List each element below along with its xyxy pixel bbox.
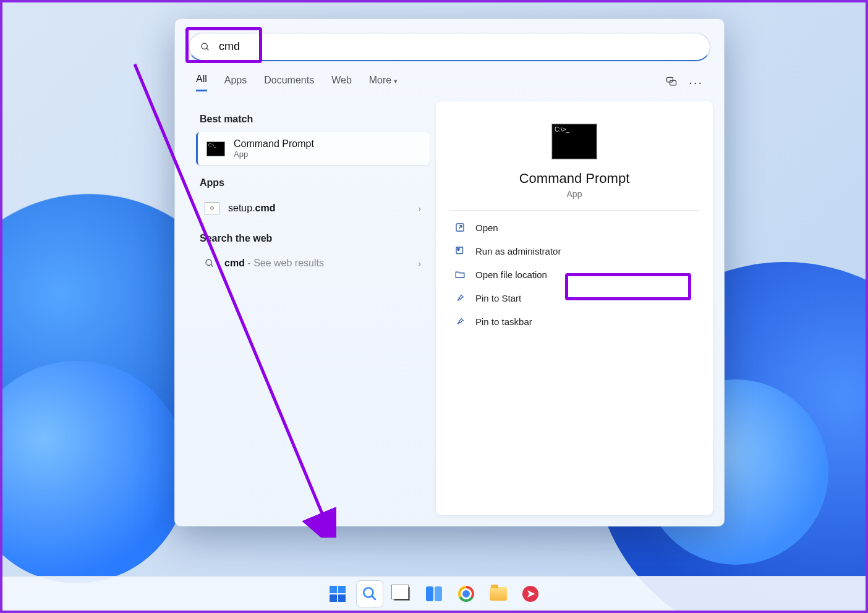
batch-file-icon: ⚙ (205, 202, 219, 214)
section-apps: Apps (200, 177, 426, 188)
taskbar-widgets[interactable] (421, 581, 447, 607)
result-title: Command Prompt (234, 138, 314, 150)
svg-point-0 (202, 43, 207, 49)
more-options-icon[interactable]: ··· (689, 75, 703, 90)
search-box[interactable] (189, 33, 710, 61)
start-search-panel: All Apps Documents Web More▾ ··· Best ma… (174, 19, 725, 526)
chevron-right-icon: › (419, 204, 421, 213)
search-icon (205, 258, 215, 268)
tab-more[interactable]: More▾ (369, 75, 398, 91)
chat-icon[interactable] (665, 75, 678, 90)
taskview-icon (394, 587, 410, 601)
taskbar-app-red[interactable]: ➤ (517, 581, 543, 607)
detail-pane: Command Prompt App Open Run as administr… (436, 101, 713, 515)
cmd-large-icon (551, 124, 597, 159)
taskbar-start[interactable] (325, 581, 351, 607)
taskbar-explorer[interactable] (485, 581, 511, 607)
filter-bar: All Apps Documents Web More▾ ··· (175, 61, 724, 98)
result-command-prompt[interactable]: Command Prompt App (196, 132, 430, 165)
svg-line-5 (211, 264, 213, 266)
red-app-icon: ➤ (522, 586, 538, 602)
pin-icon (454, 316, 466, 327)
result-label: cmd - See web results (224, 258, 324, 269)
svg-line-1 (206, 48, 208, 50)
search-icon (200, 42, 210, 52)
cmd-icon (206, 142, 225, 156)
chrome-icon (458, 586, 474, 602)
tab-apps[interactable]: Apps (224, 75, 247, 91)
section-best-match: Best match (200, 114, 426, 125)
svg-point-4 (206, 260, 211, 265)
tab-web[interactable]: Web (331, 75, 352, 91)
search-icon (362, 586, 378, 602)
search-input[interactable] (219, 40, 699, 53)
action-pin-start[interactable]: Pin to Start (436, 286, 713, 310)
open-icon (454, 222, 466, 233)
folder-icon (490, 587, 507, 601)
action-open-location[interactable]: Open file location (436, 263, 713, 286)
result-web-cmd[interactable]: cmd - See web results › (196, 252, 430, 275)
windows-start-icon (330, 586, 346, 602)
taskbar-search[interactable] (357, 581, 383, 607)
section-search-web: Search the web (200, 233, 426, 244)
action-open[interactable]: Open (436, 216, 713, 239)
result-setup-cmd[interactable]: ⚙ setup.cmd › (196, 196, 430, 221)
taskbar: ➤ (2, 576, 866, 611)
widgets-icon (426, 586, 442, 601)
svg-point-8 (364, 588, 373, 597)
svg-rect-7 (456, 247, 463, 254)
action-pin-taskbar[interactable]: Pin to taskbar (436, 310, 713, 333)
taskbar-taskview[interactable] (389, 581, 415, 607)
taskbar-chrome[interactable] (453, 581, 479, 607)
action-run-admin[interactable]: Run as administrator (436, 239, 713, 263)
pin-icon (454, 292, 466, 303)
tab-all[interactable]: All (196, 74, 207, 91)
folder-icon (454, 269, 466, 280)
result-subtitle: App (234, 150, 314, 159)
detail-title: Command Prompt (436, 171, 713, 187)
divider (449, 210, 699, 211)
detail-subtitle: App (436, 189, 713, 199)
chevron-right-icon: › (419, 259, 421, 268)
result-label: setup.cmd (228, 203, 276, 214)
tab-documents[interactable]: Documents (264, 75, 314, 91)
svg-line-9 (372, 596, 376, 600)
chevron-down-icon: ▾ (394, 77, 398, 85)
shield-icon (454, 245, 466, 256)
